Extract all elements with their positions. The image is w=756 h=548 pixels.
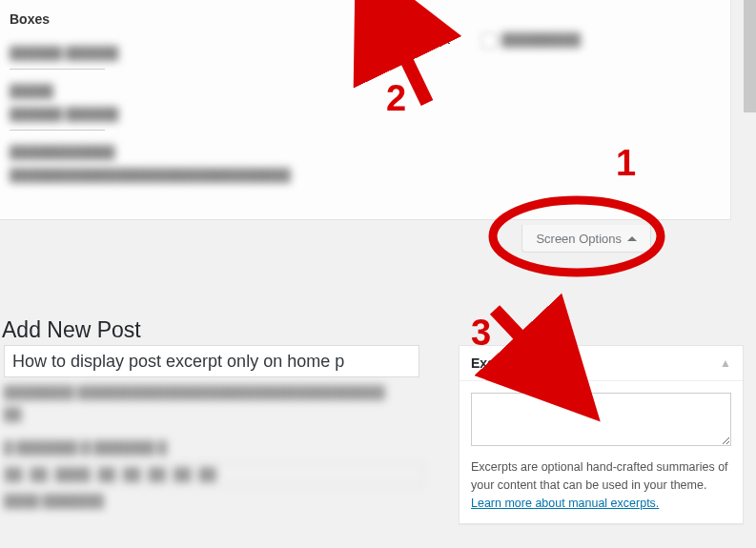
excerpt-description: Excerpts are optional hand-crafted summa… — [471, 458, 731, 512]
divider — [10, 130, 105, 131]
page-title: Add New Post — [2, 317, 141, 343]
caret-up-icon — [627, 236, 637, 241]
annotation-number-3: 3 — [471, 313, 491, 354]
screen-options-tab[interactable]: Screen Options — [521, 225, 651, 253]
excerpt-metabox-body: Excerpts are optional hand-crafted summa… — [460, 381, 743, 523]
triangle-up-icon[interactable]: ▲ — [720, 356, 731, 370]
excerpt-metabox-header[interactable]: Excerpt ▲ — [460, 346, 743, 381]
screen-options-label: Screen Options — [536, 232, 622, 246]
post-title-input[interactable] — [4, 345, 419, 377]
scrollbar-thumb[interactable] — [744, 0, 756, 112]
window-scrollbar[interactable] — [744, 0, 756, 548]
check-icon — [390, 35, 401, 47]
blurred-heading: ████████████ — [10, 145, 172, 159]
blurred-editor-area: ████████ ███████████████████████████████… — [4, 385, 423, 545]
annotation-number-1: 1 — [616, 143, 636, 184]
blurred-option: ██████ ██████ — [10, 107, 200, 121]
blurred-option: █████████ — [501, 32, 597, 47]
excerpt-metabox-title: Excerpt — [471, 355, 520, 371]
excerpt-metabox: Excerpt ▲ Excerpts are optional hand-cra… — [459, 345, 744, 524]
excerpt-textarea[interactable] — [471, 393, 731, 446]
annotation-arrow — [495, 310, 526, 343]
boxes-panel-title: Boxes — [10, 11, 50, 27]
screen-options-panel: Boxes ██████ ██████ █████ ██████ ██████ … — [0, 0, 731, 220]
blurred-heading: █████ — [10, 84, 67, 98]
blurred-checkbox — [481, 33, 497, 49]
learn-more-link[interactable]: Learn more about manual excerpts. — [471, 497, 659, 510]
excerpt-checkbox-label[interactable]: Excerpt — [408, 32, 450, 47]
divider — [10, 69, 105, 70]
excerpt-description-text: Excerpts are optional hand-crafted summa… — [471, 460, 728, 492]
annotation-number-2: 2 — [386, 78, 406, 119]
blurred-option: ████████████████████████████████ — [10, 168, 391, 182]
excerpt-checkbox[interactable] — [388, 33, 403, 49]
blurred-option: ██████ ██████ — [10, 46, 200, 60]
